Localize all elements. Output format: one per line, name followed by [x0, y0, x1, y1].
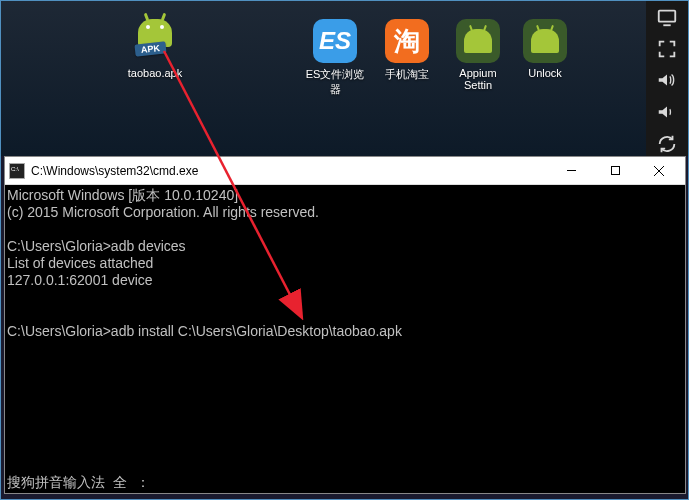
title-bar[interactable]: C:\Windows\system32\cmd.exe	[5, 157, 685, 185]
svg-rect-0	[659, 10, 676, 21]
rotate-icon[interactable]	[653, 132, 681, 156]
android-desktop: APK taobao.apk ES ES文件浏览器 淘 手机淘宝 Appium …	[1, 1, 688, 156]
cmd-icon	[9, 163, 25, 179]
taobao-icon: 淘	[385, 19, 429, 63]
cmd-window: C:\Windows\system32\cmd.exe Microsoft Wi…	[4, 156, 686, 494]
term-line: C:\Users\Gloria>adb devices	[7, 238, 186, 254]
app-taobao[interactable]: 淘 手机淘宝	[373, 19, 441, 82]
unlock-icon	[523, 19, 567, 63]
volume-down-icon[interactable]	[653, 100, 681, 124]
file-taobao-apk[interactable]: APK taobao.apk	[121, 15, 189, 79]
emulator-sidebar	[646, 1, 688, 156]
es-explorer-icon: ES	[313, 19, 357, 63]
monitor-icon[interactable]	[653, 5, 681, 29]
fullscreen-icon[interactable]	[653, 37, 681, 61]
maximize-button[interactable]	[593, 157, 637, 185]
appium-icon	[456, 19, 500, 63]
app-label: Appium Settin	[444, 67, 512, 91]
app-unlock[interactable]: Unlock	[511, 19, 579, 79]
term-line: C:\Users\Gloria>adb install C:\Users\Glo…	[7, 323, 402, 339]
terminal-output[interactable]: Microsoft Windows [版本 10.0.10240] (c) 20…	[5, 185, 685, 493]
term-line: (c) 2015 Microsoft Corporation. All righ…	[7, 204, 319, 220]
term-line: List of devices attached	[7, 255, 153, 271]
ime-status: 搜狗拼音输入法 全 ：	[7, 474, 150, 491]
term-line: Microsoft Windows [版本 10.0.10240]	[7, 187, 238, 203]
file-label: taobao.apk	[121, 67, 189, 79]
close-button[interactable]	[637, 157, 681, 185]
svg-rect-3	[611, 167, 619, 175]
app-label: ES文件浏览器	[301, 67, 369, 97]
term-line: 127.0.0.1:62001 device	[7, 272, 153, 288]
app-label: 手机淘宝	[373, 67, 441, 82]
window-title: C:\Windows\system32\cmd.exe	[31, 164, 549, 178]
app-label: Unlock	[511, 67, 579, 79]
app-appium[interactable]: Appium Settin	[444, 19, 512, 91]
app-es-explorer[interactable]: ES ES文件浏览器	[301, 19, 369, 97]
apk-file-icon: APK	[131, 15, 179, 63]
minimize-button[interactable]	[549, 157, 593, 185]
volume-up-icon[interactable]	[653, 69, 681, 93]
